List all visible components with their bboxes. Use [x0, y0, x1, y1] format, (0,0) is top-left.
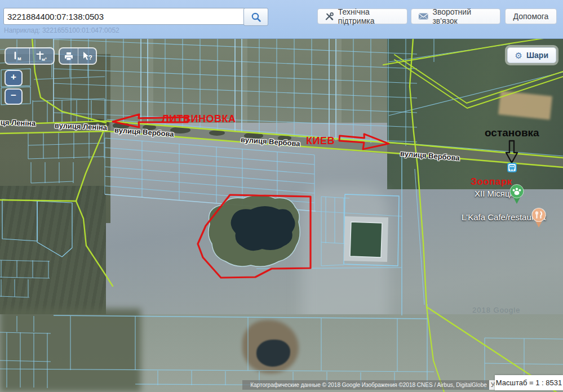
print-button[interactable]	[60, 48, 78, 64]
svg-text:м²: м²	[42, 56, 47, 61]
annotation-litvinovka: ЛИТВИНОВКА	[162, 113, 236, 125]
pointer-help-button[interactable]: ?	[78, 48, 96, 64]
svg-text:м: м	[17, 56, 21, 61]
help-button[interactable]: Допомога	[505, 8, 557, 24]
map-attribution: Картографические данные © 2018 Google Из…	[242, 380, 495, 390]
cadastral-map-app: { "header": { "search_value": "322188440…	[0, 0, 563, 392]
measure-toolbar: м м²	[5, 47, 55, 65]
layers-button[interactable]: ⚙ Шари	[507, 47, 556, 63]
tools-icon	[325, 11, 334, 21]
zoom-out-button[interactable]: −	[5, 88, 23, 105]
cafe-pin-utensils-icon[interactable]	[530, 207, 547, 228]
water-features	[209, 195, 388, 266]
layers-button-wrap: ⚙ Шари	[505, 45, 558, 65]
street-label-lenina-1: вулиця Леніна	[0, 117, 36, 127]
measure-length-button[interactable]: м	[6, 48, 29, 64]
envelope-icon	[418, 12, 428, 20]
cadastral-number-input[interactable]	[3, 8, 246, 25]
cursor-help-icon: ?	[81, 51, 94, 61]
bus-stop-icon[interactable]	[507, 163, 517, 172]
tech-support-label: Технічна підтримка	[338, 7, 400, 25]
layers-label: Шари	[526, 51, 548, 60]
annotation-bus-stop: остановка	[485, 127, 539, 139]
annotation-zoo: Зоопарк	[471, 176, 512, 188]
svg-text:?: ?	[88, 54, 92, 61]
zoom-in-button[interactable]: +	[5, 70, 23, 86]
help-label: Допомога	[513, 12, 549, 21]
measure-length-icon: м	[11, 51, 24, 62]
search-button[interactable]	[243, 8, 268, 26]
gear-icon: ⚙	[515, 51, 522, 60]
tech-support-button[interactable]: Технічна підтримка	[317, 8, 407, 24]
bus-glyph	[508, 164, 516, 171]
scale-indicator: Масштаб = 1 : 8531	[495, 375, 563, 390]
zoo-pin-paw-icon[interactable]	[508, 184, 525, 204]
measure-area-icon: м²	[35, 51, 48, 62]
google-watermark: 2018 Google	[472, 306, 520, 314]
feedback-button[interactable]: Зворотний зв'язок	[411, 8, 500, 24]
annotation-kiev: КИЕВ	[306, 135, 335, 147]
search-icon	[251, 12, 261, 23]
map-canvas[interactable]: м м² ? + −	[0, 38, 563, 392]
search-example-hint: Наприклад: 3221655100:01:047:0052	[4, 26, 119, 34]
print-help-toolbar: ?	[59, 47, 97, 65]
measure-area-button[interactable]: м²	[29, 48, 54, 64]
feedback-label: Зворотний зв'язок	[432, 7, 493, 25]
printer-icon	[64, 52, 74, 61]
top-toolbar: Наприклад: 3221655100:01:047:0052 Техніч…	[0, 0, 563, 39]
